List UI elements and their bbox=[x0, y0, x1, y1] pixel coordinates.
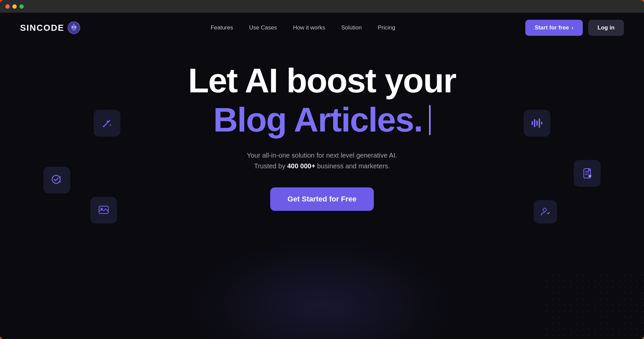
svg-rect-11 bbox=[536, 120, 538, 126]
document-card bbox=[574, 160, 601, 187]
logo-text: SINCODE bbox=[20, 23, 64, 33]
get-started-button[interactable]: Get Started for Free bbox=[270, 187, 374, 211]
navbar: SINCODE Features Use Cases How it w bbox=[0, 13, 644, 43]
nav-solution[interactable]: Solution bbox=[341, 24, 361, 31]
close-button[interactable] bbox=[5, 4, 10, 9]
hero-title-highlight: Blog Articles. bbox=[213, 102, 423, 138]
nav-links: Features Use Cases How it works Solution… bbox=[211, 24, 395, 31]
nav-use-cases[interactable]: Use Cases bbox=[249, 24, 277, 31]
svg-point-5 bbox=[75, 27, 76, 27]
maximize-button[interactable] bbox=[19, 4, 24, 9]
svg-point-14 bbox=[52, 175, 60, 183]
svg-point-7 bbox=[74, 24, 75, 25]
browser-window: SINCODE Features Use Cases How it w bbox=[0, 0, 644, 339]
traffic-lights bbox=[5, 4, 24, 9]
nav-how-it-works[interactable]: How it works bbox=[293, 24, 325, 31]
cursor-bar bbox=[429, 105, 431, 135]
logo-area: SINCODE bbox=[20, 21, 80, 34]
login-button[interactable]: Log in bbox=[588, 20, 624, 36]
hero-title-line2: Blog Articles. bbox=[213, 102, 431, 138]
check-card bbox=[43, 167, 70, 193]
nav-actions: Start for free › Log in bbox=[525, 20, 624, 36]
nav-features[interactable]: Features bbox=[211, 24, 233, 31]
person-card bbox=[534, 200, 557, 224]
svg-rect-13 bbox=[541, 122, 542, 124]
svg-rect-12 bbox=[539, 118, 540, 128]
start-for-free-button[interactable]: Start for free › bbox=[525, 20, 583, 36]
minimize-button[interactable] bbox=[12, 4, 17, 9]
title-bar bbox=[0, 0, 644, 13]
logo-robot-icon bbox=[68, 21, 80, 34]
svg-point-4 bbox=[72, 27, 73, 27]
hero-subtitle: Your all-in-one solution for next level … bbox=[247, 150, 397, 171]
bg-glow bbox=[188, 239, 456, 339]
hero-section: Let AI boost your Blog Articles. Your al… bbox=[0, 43, 644, 211]
waveform-card bbox=[524, 110, 550, 137]
chevron-right-icon: › bbox=[571, 24, 573, 31]
svg-rect-10 bbox=[534, 119, 535, 127]
svg-rect-9 bbox=[532, 121, 533, 125]
hero-title-line1: Let AI boost your bbox=[188, 63, 456, 99]
bg-dots bbox=[544, 272, 644, 339]
svg-point-19 bbox=[543, 208, 546, 211]
image-card bbox=[90, 197, 117, 224]
browser-content: SINCODE Features Use Cases How it w bbox=[0, 13, 644, 339]
magic-wand-card bbox=[94, 110, 120, 137]
svg-point-8 bbox=[103, 126, 104, 127]
nav-pricing[interactable]: Pricing bbox=[378, 24, 395, 31]
